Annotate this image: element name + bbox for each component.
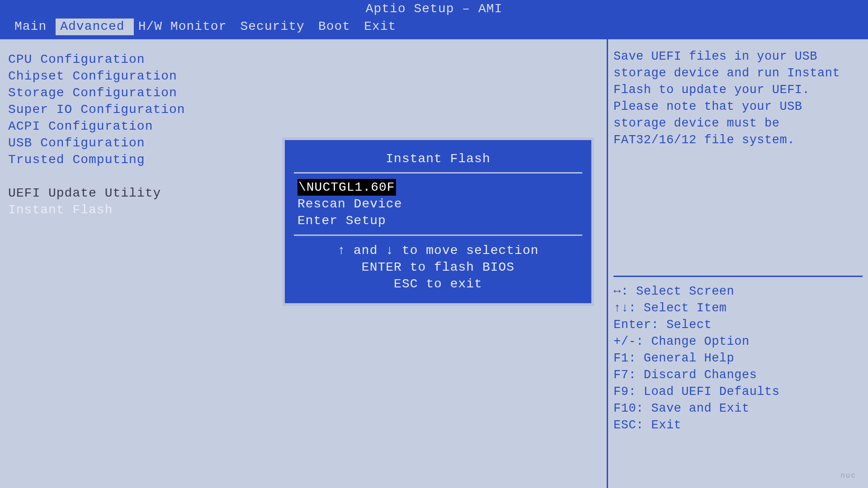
instant-flash-dialog: Instant Flash \NUCTGL1.60F Rescan Device… [282, 137, 594, 306]
page-title: Aptio Setup – AMI [0, 0, 868, 16]
tab-exit[interactable]: Exit [359, 19, 405, 35]
hint-select-item: ↑↓: Select Item [613, 300, 863, 317]
menu-acpi-configuration[interactable]: ACPI Configuration [8, 118, 599, 135]
help-text: Save UEFI files in your USB storage devi… [613, 48, 863, 272]
dialog-footer-line-1: ↑ and ↓ to move selection [292, 242, 584, 259]
watermark: nuc [840, 472, 856, 480]
tab-bar: Main Advanced H/W Monitor Security Boot … [0, 16, 868, 35]
menu-cpu-configuration[interactable]: CPU Configuration [8, 51, 599, 68]
menu-storage-configuration[interactable]: Storage Configuration [8, 84, 599, 101]
tab-boot[interactable]: Boot [314, 19, 359, 35]
header-bar: Aptio Setup – AMI Main Advanced H/W Moni… [0, 0, 868, 38]
hint-select-screen: ↔: Select Screen [613, 283, 863, 300]
hint-discard-changes: F7: Discard Changes [613, 367, 863, 384]
right-panel: Save UEFI files in your USB storage devi… [608, 39, 868, 488]
right-panel-divider [613, 276, 863, 277]
key-hints: ↔: Select Screen ↑↓: Select Item Enter: … [613, 283, 863, 479]
hint-load-defaults: F9: Load UEFI Defaults [613, 384, 863, 400]
hint-esc-exit: ESC: Exit [613, 417, 863, 434]
hint-enter-select: Enter: Select [613, 317, 863, 333]
dialog-item-rescan[interactable]: Rescan Device [297, 196, 579, 212]
hint-save-exit: F10: Save and Exit [613, 400, 863, 417]
tab-advanced[interactable]: Advanced [56, 19, 133, 35]
menu-super-io-configuration[interactable]: Super IO Configuration [8, 101, 599, 118]
dialog-body: \NUCTGL1.60F Rescan Device Enter Setup [292, 174, 584, 235]
hint-change-option: +/-: Change Option [613, 333, 863, 350]
dialog-footer-line-3: ESC to exit [292, 276, 584, 292]
hint-general-help: F1: General Help [613, 350, 863, 367]
dialog-footer-line-2: ENTER to flash BIOS [292, 259, 584, 276]
tab-security[interactable]: Security [236, 19, 313, 35]
dialog-item-enter-setup[interactable]: Enter Setup [297, 212, 579, 229]
dialog-item-file[interactable]: \NUCTGL1.60F [297, 179, 396, 196]
tab-hw-monitor[interactable]: H/W Monitor [134, 19, 236, 35]
dialog-footer: ↑ and ↓ to move selection ENTER to flash… [292, 236, 584, 295]
dialog-title: Instant Flash [292, 144, 584, 172]
tab-main[interactable]: Main [10, 19, 56, 35]
menu-chipset-configuration[interactable]: Chipset Configuration [8, 68, 599, 84]
